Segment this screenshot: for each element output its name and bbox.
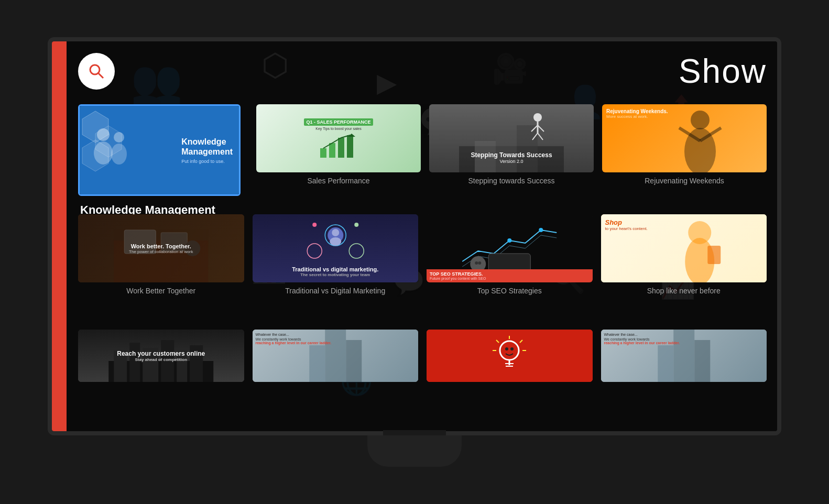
red-bar bbox=[52, 41, 67, 431]
screen: 👥 ⬡ ▶ 🎥 ✈ 💬 👤 📤 📊 💬 🔍 📈 🌐 Sho bbox=[52, 41, 777, 431]
work-label: Work Better Together bbox=[78, 287, 244, 295]
svg-point-45 bbox=[478, 261, 481, 265]
shop-text: Shop to your heart's content. bbox=[605, 218, 648, 231]
svg-point-7 bbox=[114, 132, 124, 143]
svg-rect-11 bbox=[338, 138, 344, 158]
svg-rect-9 bbox=[320, 148, 326, 158]
featured-subtitle: Put info good to use. bbox=[181, 159, 233, 164]
sales-label: Sales Performance bbox=[256, 177, 421, 185]
tv-frame: 👥 ⬡ ▶ 🎥 ✈ 💬 👤 📤 📊 💬 🔍 📈 🌐 Sho bbox=[48, 37, 781, 435]
search-button[interactable] bbox=[78, 53, 115, 90]
svg-point-6 bbox=[94, 141, 113, 165]
tvd-label: Traditional vs Digital Marketing bbox=[253, 287, 419, 295]
svg-point-41 bbox=[539, 228, 543, 232]
stepping-label: Stepping towards Success bbox=[429, 177, 594, 185]
reach-text: Reach your customers online Stay ahead o… bbox=[78, 350, 244, 362]
svg-line-1 bbox=[99, 73, 103, 78]
sales-header: Q1 - SALES PERFORMANCE bbox=[304, 118, 373, 126]
svg-line-64 bbox=[520, 340, 522, 343]
grid-item-work[interactable]: Work better. Together. The power of coll… bbox=[78, 214, 244, 295]
svg-rect-48 bbox=[707, 246, 721, 264]
svg-rect-12 bbox=[347, 135, 353, 158]
lightbulb-icon bbox=[488, 335, 530, 377]
svg-line-23 bbox=[538, 133, 543, 140]
svg-point-68 bbox=[505, 347, 508, 350]
person-silhouette bbox=[602, 104, 767, 172]
work-text: Work better. Together. The power of coll… bbox=[129, 243, 193, 254]
svg-point-36 bbox=[354, 223, 358, 227]
grid-row2: Work better. Together. The power of coll… bbox=[78, 214, 767, 295]
svg-rect-57 bbox=[346, 340, 362, 382]
svg-point-44 bbox=[475, 261, 478, 265]
career2-text: Whatever the case... We constantly work … bbox=[604, 333, 680, 345]
search-icon bbox=[87, 62, 106, 81]
shop-label: Shop like never before bbox=[601, 287, 767, 295]
svg-point-39 bbox=[330, 237, 341, 246]
sales-chart bbox=[318, 133, 359, 159]
svg-rect-51 bbox=[129, 343, 140, 382]
grid-item-seo[interactable]: TOP SEO STRATEGIES. Future proof you con… bbox=[427, 214, 593, 295]
svg-point-0 bbox=[90, 65, 100, 74]
svg-point-5 bbox=[97, 128, 110, 141]
grid-row1: Q1 - SALES PERFORMANCE Key Tips to boost… bbox=[256, 104, 767, 185]
svg-point-38 bbox=[332, 229, 339, 236]
app-title: Show bbox=[679, 52, 767, 91]
grid-item-reach[interactable]: Reach your customers online Stay ahead o… bbox=[78, 330, 244, 382]
people-silhouette bbox=[88, 124, 135, 177]
svg-line-21 bbox=[538, 125, 544, 132]
svg-point-33 bbox=[307, 244, 322, 258]
svg-rect-10 bbox=[329, 143, 335, 158]
svg-point-69 bbox=[510, 347, 514, 350]
grid-item-career1[interactable]: Whatever the case... We constantly work … bbox=[253, 330, 419, 382]
grid-item-career2[interactable]: Whatever the case... We constantly work … bbox=[601, 330, 767, 382]
svg-point-34 bbox=[349, 244, 364, 258]
svg-rect-72 bbox=[658, 345, 673, 382]
svg-rect-17 bbox=[517, 125, 538, 172]
grid-item-tvd[interactable]: Traditional vs digital marketing. The se… bbox=[253, 214, 419, 295]
svg-point-8 bbox=[111, 144, 127, 165]
featured-thumbnail[interactable]: Knowledge Management Put info good to us… bbox=[78, 104, 241, 196]
sales-sub: Key Tips to boost your sales bbox=[315, 127, 362, 130]
svg-rect-71 bbox=[694, 340, 710, 382]
grid-item-sales[interactable]: Q1 - SALES PERFORMANCE Key Tips to boost… bbox=[256, 104, 421, 185]
svg-point-40 bbox=[507, 238, 511, 243]
svg-point-18 bbox=[533, 113, 542, 122]
seo-label: Top SEO Strategies bbox=[427, 287, 593, 295]
grid-item-innovation[interactable] bbox=[427, 330, 593, 382]
svg-point-59 bbox=[500, 341, 519, 360]
rejuvenating-label: Rejuvenating Weekends bbox=[602, 177, 767, 185]
stepping-text: Stepping Towards Success Version 2.0 bbox=[471, 151, 552, 164]
svg-rect-58 bbox=[309, 345, 325, 382]
grid-item-rejuvenating[interactable]: Rejuvenating Weekends. More success at w… bbox=[602, 104, 767, 185]
seo-banner: TOP SEO STRATEGIES. Future proof you con… bbox=[427, 269, 593, 282]
grid-item-stepping[interactable]: Stepping Towards Success Version 2.0 Ste… bbox=[429, 104, 594, 185]
grid-row3: Reach your customers online Stay ahead o… bbox=[78, 330, 767, 382]
header: Show bbox=[78, 52, 767, 91]
career1-text: Whatever the case... We constantly work … bbox=[256, 333, 332, 345]
grid-item-shop[interactable]: Shop to your heart's content. Shop like … bbox=[601, 214, 767, 295]
tv-stand-base bbox=[367, 435, 462, 467]
tvd-text: Traditional vs digital marketing. The se… bbox=[253, 266, 419, 277]
content-area: Knowledge Management Put info good to us… bbox=[78, 104, 767, 426]
svg-point-35 bbox=[312, 223, 317, 227]
svg-point-24 bbox=[691, 111, 710, 129]
featured-section: Knowledge Management Put info good to us… bbox=[78, 104, 241, 217]
svg-line-65 bbox=[496, 340, 499, 343]
featured-title: Knowledge Management bbox=[181, 136, 233, 156]
